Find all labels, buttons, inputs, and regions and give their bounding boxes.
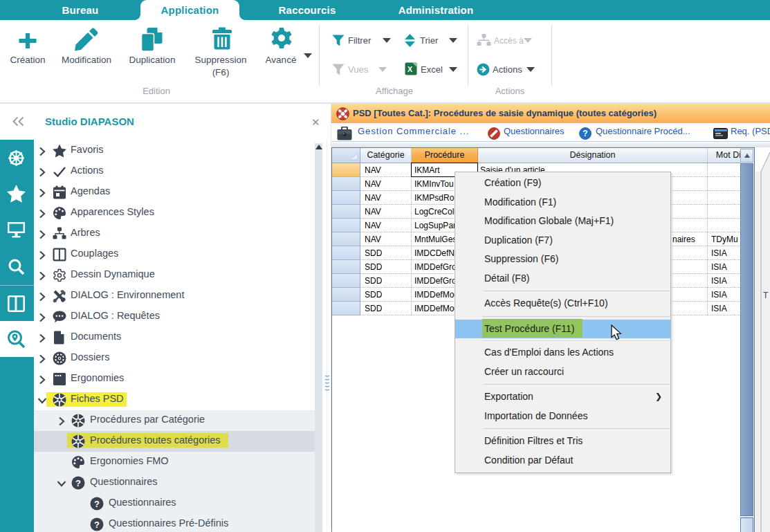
svg-text:T: T: [763, 291, 769, 300]
svg-text:?: ?: [583, 129, 587, 138]
svg-text:X: X: [407, 65, 412, 73]
